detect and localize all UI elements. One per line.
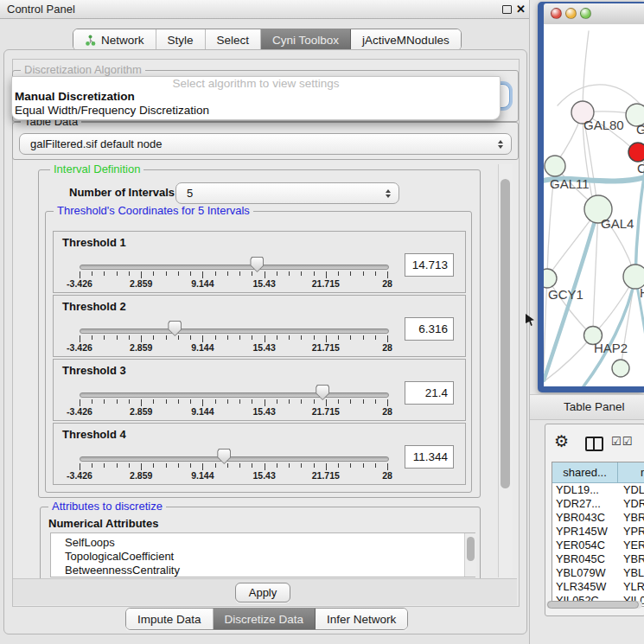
network-node[interactable] [628,143,644,162]
attribute-list-item[interactable]: BetweennessCentrality [51,564,475,577]
table-row[interactable]: YDR27...YDR2 [552,497,644,511]
bottom-tab-bar: Impute Data Discretize Data Infer Networ… [125,608,408,630]
tab-style[interactable]: Style [156,29,206,50]
split-table-icon[interactable] [585,437,603,451]
network-node-label: GAL80 [583,118,624,132]
float-window-icon[interactable] [502,5,512,14]
table-cell-shared-name: YER054C [552,539,618,552]
tab-jactivemnodules[interactable]: jActiveMNodules [351,29,461,50]
tick-mark [215,335,216,340]
table-hscrollbar-thumb[interactable] [547,601,639,609]
tab-infer-network[interactable]: Infer Network [316,609,407,629]
tab-cyni-toolbox[interactable]: Cyni Toolbox [261,29,351,50]
threshold-value-field[interactable]: 21.4 [405,381,454,405]
table-row[interactable]: YBR045CYBR0 [552,552,644,566]
slider-thumb[interactable] [250,257,264,272]
network-edge[interactable] [544,278,547,372]
network-node-label: H [640,285,644,300]
apply-button[interactable]: Apply [235,583,290,603]
menu-item-manual-discretization[interactable]: Manual Discretization [15,90,135,104]
network-node[interactable] [544,269,557,288]
attributes-list-scrollbar-thumb[interactable] [467,537,475,561]
threshold-value-field[interactable]: 11.344 [405,445,454,469]
tick-mark [104,335,105,340]
network-node[interactable] [612,360,629,377]
tick-mark [326,335,327,342]
slider-track[interactable] [80,392,389,398]
traffic-light-close-icon[interactable] [551,8,562,19]
tab-discretize-data[interactable]: Discretize Data [214,609,316,629]
tick-mark [141,399,142,406]
settings-scrollbar[interactable] [498,164,513,577]
tab-label: Style [168,34,194,47]
network-edge[interactable] [558,85,641,105]
network-graph[interactable]: GAL80GACGAL11GAL4GCY1HHAP2 [544,24,644,386]
table-row[interactable]: YER054CYER0 [552,539,644,552]
tick-mark [350,271,351,276]
column-header-shared-name[interactable]: shared... [552,462,618,482]
tick-label: 21.715 [312,278,340,289]
table-row[interactable]: YBR043CYBR0 [552,511,644,525]
settings-scrollbar-thumb[interactable] [501,179,510,488]
tab-label: Discretize Data [225,613,304,626]
tick-mark [80,335,80,342]
tick-mark [80,399,80,406]
tick-mark [301,271,302,276]
threshold-value-field[interactable]: 14.713 [405,253,454,277]
attribute-list-item[interactable]: TopologicalCoefficient [51,550,475,564]
gear-icon[interactable]: ⚙ [554,433,569,450]
traffic-light-minimize-icon[interactable] [565,8,577,19]
network-node[interactable] [545,156,565,176]
tick-mark [289,335,290,340]
network-edge[interactable] [583,31,589,112]
tick-mark [190,463,191,468]
table-data-combo[interactable]: galFiltered.sif default node [19,133,512,155]
tab-impute-data[interactable]: Impute Data [126,609,214,629]
tick-mark [190,271,191,276]
tab-network[interactable]: Network [73,29,156,50]
spinner-icon [386,189,391,198]
table-row[interactable]: YLR345WYLR3 [552,580,644,594]
tick-mark [326,463,327,470]
tick-label: 15.43 [252,470,275,481]
slider-thumb[interactable] [316,385,329,400]
table-cell-name: YER0 [618,539,644,552]
tick-mark [338,271,339,276]
attributes-list-scrollbar[interactable] [464,533,476,577]
tick-label: 15.43 [252,342,275,353]
tick-label: 28 [382,342,392,353]
tick-mark [104,271,105,276]
network-canvas[interactable]: GAL80GACGAL11GAL4GCY1HHAP2 [544,24,644,386]
tick-mark [277,399,277,404]
threshold-value-field[interactable]: 6.316 [405,317,454,341]
attribute-list-item[interactable]: SelfLoops [51,536,475,550]
slider-track[interactable] [80,456,389,462]
number-of-intervals-label: Number of Intervals [69,186,175,199]
column-header-name[interactable]: n [618,462,644,482]
close-icon[interactable]: ✕ [516,3,526,16]
tick-mark [178,335,179,340]
table-cell-shared-name: YLR345W [552,580,618,594]
slider-track[interactable] [80,328,389,334]
tick-mark [265,271,265,278]
menu-item-equal-width-frequency[interactable]: Equal Width/Frequency Discretization [15,104,209,118]
tick-mark [338,335,339,340]
traffic-light-zoom-icon[interactable] [580,8,591,19]
number-of-intervals-combo[interactable]: 5 [175,182,399,204]
table-row[interactable]: YPR145WYPR1 [552,525,644,539]
slider-track[interactable] [80,265,389,270]
network-node-label: HAP2 [594,341,628,355]
table-hscrollbar[interactable] [546,601,642,609]
network-node-label: GAL4 [601,216,634,231]
table-row[interactable]: YBL079WYBL0 [552,566,644,580]
network-view-window[interactable]: GAL80GACGAL11GAL4GCY1HHAP2 [538,2,644,392]
slider-thumb[interactable] [217,449,231,464]
tab-select[interactable]: Select [206,29,262,50]
slider-thumb[interactable] [168,321,182,336]
tick-mark [129,271,130,276]
tick-mark [289,399,290,404]
column-checkbox-icons[interactable]: ☑☑ [611,435,633,448]
table-cell-shared-name: YDL19... [552,483,618,497]
table-row[interactable]: YDL19...YDL1 [552,483,644,497]
window-title: Control Panel [7,3,75,16]
